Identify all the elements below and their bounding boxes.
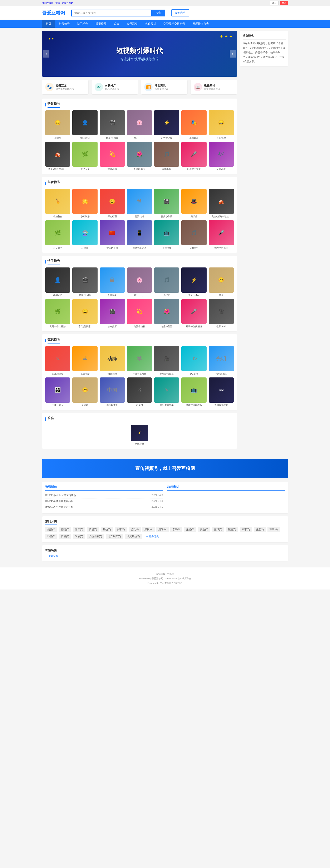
- kuaishou-channel-2-2[interactable]: 😄 李亿(剪辑家): [72, 299, 97, 328]
- news-link-3[interactable]: 微视活动·小视频显示计划: [45, 505, 73, 509]
- topbar-link-site[interactable]: 吾爱互粉网: [62, 2, 73, 4]
- tag-14[interactable]: 军事(0): [240, 527, 252, 532]
- tag-16[interactable]: 军事(0): [267, 527, 280, 532]
- tag-4[interactable]: 其他(0): [101, 527, 113, 532]
- tiktok-channel-2-6[interactable]: 🎤 剑侠空之来世: [181, 142, 207, 171]
- tag-2[interactable]: 新罕(0): [73, 527, 85, 532]
- kuaishou-channel-2-3[interactable]: 🎬 洛命剪影: [100, 299, 125, 328]
- nav-home[interactable]: 首页: [42, 20, 55, 28]
- tiktok2-channel-2-3[interactable]: 🇨🇳 中国网直播: [100, 220, 125, 250]
- weishi-channel-1-3[interactable]: 动静 动静视频: [100, 346, 125, 375]
- weishi-channel-2-6[interactable]: 📺 济南广播电视台: [181, 377, 207, 407]
- tag-6[interactable]: 游戏(0): [129, 527, 141, 532]
- tiktok-channel-1-1[interactable]: 😊 小甜糖: [45, 110, 70, 140]
- kuaishou-channel-2-6[interactable]: 🎤 召唤每位的消遣: [181, 299, 207, 328]
- kuaishou-channel-2-4[interactable]: 💫 范疆小精雅: [127, 299, 152, 328]
- weishi-channel-1-7[interactable]: 光明 光明之况注: [209, 346, 234, 375]
- tag-20[interactable]: 公益金融(0): [87, 534, 104, 539]
- tag-12[interactable]: 篮球(0): [212, 527, 224, 532]
- nav-kuaishou[interactable]: 快手粉号: [73, 20, 92, 28]
- tiktok2-channel-1-6[interactable]: 🎩 彪学业: [181, 189, 207, 218]
- banner-prev-button[interactable]: ‹: [43, 50, 50, 58]
- tiktok-channel-1-3[interactable]: 🎬 解决技·回片: [100, 110, 125, 140]
- weishi-channel-1-2[interactable]: 📽 范疆看影: [72, 346, 97, 375]
- tag-21[interactable]: 地方政府(0): [106, 534, 123, 539]
- kuaishou-channel-1-5[interactable]: 🎵 多行长: [154, 268, 179, 297]
- tiktok-channel-1-5[interactable]: ⚡ 正大大·Ace: [154, 110, 179, 140]
- tiktok-channel-1-7[interactable]: 😄 开心植理: [209, 110, 234, 140]
- weishi-channel-2-2[interactable]: 😊 大甜糖: [72, 377, 97, 407]
- tags-more-link[interactable]: → 更多分类: [144, 534, 161, 539]
- tiktok2-channel-1-7[interactable]: 🎪 龙生·(新马车地址...: [209, 189, 234, 218]
- kuaishou-channel-1-1[interactable]: 👤 疆羽回归: [45, 268, 70, 297]
- search-button[interactable]: 搜索: [151, 9, 165, 17]
- tiktok-channel-1-2[interactable]: 👤 疆羽回归: [72, 110, 97, 140]
- tag-8[interactable]: 新闻(0): [156, 527, 169, 532]
- tag-1[interactable]: 剧情(0): [59, 527, 71, 532]
- weishi-channel-1-4[interactable]: 羊 羊城手机号通: [127, 346, 152, 375]
- nav-weishi[interactable]: 微视粉号: [92, 20, 110, 28]
- tiktok2-channel-1-1[interactable]: 🦒 小鲤花齐: [45, 189, 70, 218]
- topbar-link-purchase[interactable]: 抢购: [56, 2, 60, 4]
- tag-0[interactable]: 搞笑(1): [45, 527, 58, 532]
- weishi-channel-1-5[interactable]: 🎥 新饱听情道高: [154, 346, 179, 375]
- kuaishou-channel-2-5[interactable]: 🌺 九朵帅美玉: [154, 299, 179, 328]
- tag-15[interactable]: 健康(1): [254, 527, 266, 532]
- weishi-channel-2-1[interactable]: 👨‍👩‍👧 天津一家人: [45, 377, 70, 407]
- tag-11[interactable]: 美食(1): [198, 527, 210, 532]
- search-input[interactable]: [71, 9, 151, 17]
- news-link-1[interactable]: 腾讯重点·金业大赛区精活动: [45, 494, 76, 497]
- tiktok-channel-2-3[interactable]: 💫 范疆小精: [100, 142, 125, 171]
- kuaishou-channel-1-6[interactable]: ⚡ 正大大·Ace: [181, 268, 207, 297]
- tiktok2-channel-2-1[interactable]: 🌿 正义大个: [45, 220, 70, 250]
- tiktok2-channel-1-5[interactable]: 🎬 贵州小作用: [154, 189, 179, 218]
- tag-13[interactable]: 舞蹈(0): [226, 527, 238, 532]
- tiktok2-channel-1-2[interactable]: 🌟 小素娱乐: [72, 189, 97, 218]
- nav-tiktok[interactable]: 抖音粉号: [55, 20, 73, 28]
- tiktok2-channel-2-4[interactable]: 📱 智贤手机评测: [127, 220, 152, 250]
- nav-free-exchange[interactable]: 免费互动交换粉号: [160, 20, 189, 28]
- post-content-button[interactable]: 发布内容: [171, 9, 189, 17]
- weishi-channel-2-4[interactable]: ⚔ 正义间: [127, 377, 152, 407]
- nav-ranking[interactable]: 吾爱排名公告: [189, 20, 213, 28]
- gonghui-channel-1[interactable]: ⚡ 绝地传媒: [131, 425, 148, 445]
- tiktok2-channel-2-7[interactable]: 🎤 剑侠空之来年: [209, 220, 234, 250]
- kuaishou-channel-2-1[interactable]: 🌿 又是一个人路路: [45, 299, 70, 328]
- nav-materials[interactable]: 教程素材: [141, 20, 160, 28]
- weishi-channel-2-3[interactable]: 中国 中国网文化: [100, 377, 125, 407]
- tiktok2-channel-2-2[interactable]: 🎡 环绕间: [72, 220, 97, 250]
- news-link-2[interactable]: 腾讯重点·腾讯重点精品创: [45, 499, 73, 503]
- tiktok-channel-1-6[interactable]: 🎭 小素娱乐: [181, 110, 207, 140]
- kuaishou-channel-1-7[interactable]: 😊 瑞俊: [209, 268, 234, 297]
- kuaishou-channel-1-4[interactable]: 🌸 统一·一·八: [127, 268, 152, 297]
- login-button[interactable]: 登录: [280, 1, 288, 5]
- weishi-channel-2-5[interactable]: ☀ 河勃廉善教学: [154, 377, 179, 407]
- tag-22[interactable]: 搞笑其他(0): [125, 534, 142, 539]
- weishi-channel-1-1[interactable]: ⚔ 血战新世界: [45, 346, 70, 375]
- tag-3[interactable]: 情感(0): [87, 527, 99, 532]
- nav-gonghui[interactable]: 公会: [110, 20, 123, 28]
- weishi-channel-2-7[interactable]: gmw 光明视觉视频: [209, 377, 234, 407]
- tiktok2-channel-1-3[interactable]: 😊 开心植理: [100, 189, 125, 218]
- friendly-link-more[interactable]: → 更多链接: [45, 554, 58, 558]
- banner-next-button[interactable]: ›: [230, 50, 236, 58]
- tag-7[interactable]: 影视(0): [142, 527, 155, 532]
- nav-news[interactable]: 资讯活动: [123, 20, 141, 28]
- kuaishou-channel-2-7[interactable]: 🎥 电影L895: [209, 299, 234, 328]
- tiktok2-channel-2-6[interactable]: 🎵 至瞻熙男: [181, 220, 207, 250]
- register-button[interactable]: 注册: [270, 1, 278, 5]
- tiktok2-channel-2-5[interactable]: 📺 央视夜线: [154, 220, 179, 250]
- tiktok-channel-2-4[interactable]: 🌺 九朵帅美玉: [127, 142, 152, 171]
- topbar-link-video[interactable]: 我的视频圈: [42, 2, 54, 4]
- tag-10[interactable]: 旅游(0): [184, 527, 197, 532]
- tiktok-channel-2-1[interactable]: 🎪 龙生·(新马车地址...: [45, 142, 70, 171]
- tiktok-channel-2-7[interactable]: 🎶 大诗小歌: [209, 142, 234, 171]
- tag-9[interactable]: 音乐(0): [170, 527, 183, 532]
- tag-17[interactable]: 科普(0): [45, 534, 58, 539]
- tag-19[interactable]: 学校(0): [73, 534, 85, 539]
- tiktok-channel-2-5[interactable]: 🎵 至瞻熙男: [154, 142, 179, 171]
- tiktok2-channel-1-4[interactable]: 🏛 想要花锅: [127, 189, 152, 218]
- weishi-channel-1-6[interactable]: DV DV拍花: [181, 346, 207, 375]
- tiktok-channel-1-4[interactable]: 🌸 统一·一·八: [127, 110, 152, 140]
- tiktok-channel-2-2[interactable]: 🌿 正义大个: [72, 142, 97, 171]
